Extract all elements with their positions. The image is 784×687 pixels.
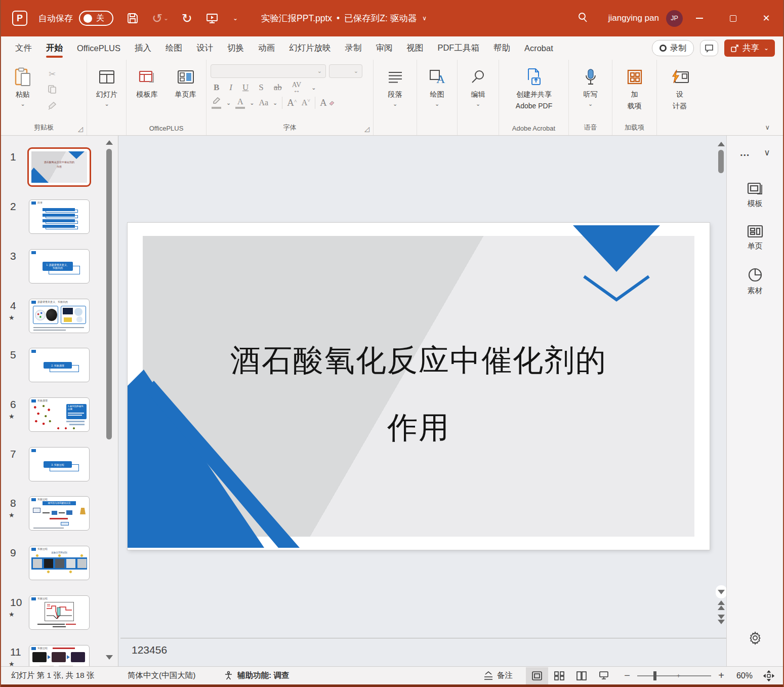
start-slideshow-icon[interactable] [205,12,219,25]
slide-1-thumbnail-selected[interactable]: 酒石酸氧化反应中催化剂的 作用 [27,147,91,187]
thumbnail-item-9[interactable]: 9 实验过程 实验仪器和试剂 [1,546,118,584]
tab-help[interactable]: 帮助 [486,36,517,60]
create-share-adobe-pdf-button[interactable]: 创建并共享 Adobe PDF [499,60,569,119]
tab-home[interactable]: 开始 [39,36,70,60]
normal-view-button[interactable] [526,667,548,684]
grow-font-button[interactable]: A˄ [287,97,297,108]
slide-editing-canvas[interactable]: 酒石酸氧化反应中催化剂的 作用 123456 [118,136,728,666]
tab-transitions[interactable]: 切换 [220,36,251,60]
tab-draw[interactable]: 绘图 [158,36,189,60]
font-color-chevron-icon[interactable]: ⌄ [250,101,254,105]
font-size-select[interactable]: ⌄ [329,64,362,78]
highlight-color-button[interactable] [212,97,222,109]
addins-button[interactable]: 加 载项 [612,60,656,119]
tab-acrobat[interactable]: Acrobat [517,36,560,60]
tab-design[interactable]: 设计 [189,36,220,60]
thumbnail-item-8[interactable]: 8 ★ 实验过程 催化剂与酒石酸钠反应 [1,496,118,535]
highlight-chevron-icon[interactable]: ⌄ [226,101,231,105]
thumbnail-item-11[interactable]: 11 ★ 实验过程 [1,645,118,666]
tab-record[interactable]: 录制 [338,36,368,60]
previous-slide-button[interactable] [718,600,725,610]
thumbnail-item-10[interactable]: 10 ★ 实验过程 [1,595,118,634]
text-shadow-button[interactable]: S [259,83,263,93]
record-button[interactable]: 录制 [652,40,694,56]
slideshow-view-button[interactable] [593,667,615,684]
more-options-icon[interactable]: … [739,147,751,158]
paste-button[interactable]: 粘贴 ⌄ [1,60,45,119]
maximize-button[interactable] [716,0,750,36]
autosave-toggle[interactable]: 关 [79,11,113,26]
template-library-button[interactable]: 模板库 [128,60,167,119]
thumbnail-item-1[interactable]: 1 酒石酸氧化反应中催化剂的 作用 [1,150,118,188]
shrink-font-button[interactable]: A˅ [302,98,310,107]
reading-view-button[interactable] [570,667,593,684]
close-button[interactable]: ✕ [750,0,783,36]
slide-title-text[interactable]: 酒石酸氧化反应中催化剂的 作用 [128,340,710,449]
thumbnail-item-6[interactable]: 6 ★ 实验原理 1.催化剂的催化作用 [1,397,118,436]
tab-pdf-toolbox[interactable]: PDF工具箱 [430,36,486,60]
redo-icon[interactable]: ↻ [182,12,192,25]
language-indicator[interactable]: 简体中文(中国大陆) [128,670,224,681]
fit-to-window-button[interactable] [758,667,780,684]
editing-button[interactable]: 编辑 ⌄ [458,60,499,119]
share-button[interactable]: 共享 ⌄ [724,39,775,57]
character-spacing-button[interactable]: AV↔ [292,82,301,93]
settings-gear-icon[interactable] [748,631,762,647]
dictate-button[interactable]: 听写 ⌄ [569,60,612,119]
thumbnail-item-4[interactable]: 4 ★ 选题背景及意义、实验目的 [1,299,118,337]
italic-button[interactable]: I [229,83,232,93]
sidebar-item-single-page[interactable]: 单页 [727,225,783,251]
change-case-chevron-icon[interactable]: ⌄ [273,101,277,105]
tab-view[interactable]: 视图 [399,36,430,60]
sidebar-item-templates[interactable]: 模板 [727,182,783,209]
notes-text[interactable]: 123456 [132,644,167,656]
zoom-slider-thumb[interactable] [653,671,656,680]
tab-insert[interactable]: 插入 [128,36,158,60]
zoom-slider[interactable]: + [637,675,711,676]
tab-slideshow[interactable]: 幻灯片放映 [282,36,338,60]
document-title[interactable]: 实验汇报PPT.pptx • 已保存到Z: 驱动器 ∨ [261,12,427,24]
canvas-scroll-thumb[interactable] [718,150,724,173]
scroll-down-button[interactable] [716,585,727,598]
thumbnail-item-2[interactable]: 2 目录 [1,199,118,238]
font-name-select[interactable]: ⌄ [211,64,326,78]
undo-button[interactable]: ↺ ⌄ [152,12,169,25]
slide-counter[interactable]: 幻灯片 第 1 张, 共 18 张 [11,670,128,681]
underline-button[interactable]: U [242,83,249,93]
sidebar-item-assets[interactable]: 素材 [727,267,783,296]
thumbnail-scrollbar[interactable] [106,136,114,666]
canvas-scrollbar[interactable] [717,136,725,666]
avatar[interactable]: JP [666,10,683,27]
bold-button[interactable]: B [214,83,219,93]
save-icon[interactable] [127,12,139,24]
designer-button[interactable]: 设 计器 [657,60,703,119]
change-case-button[interactable]: Aa [259,98,268,107]
zoom-in-button[interactable]: + [716,670,726,681]
font-dialog-launcher-icon[interactable]: ◿ [364,126,369,132]
user-name[interactable]: jiangying pan [608,13,659,23]
accessibility-status[interactable]: 辅助功能: 调查 [224,670,289,681]
clipboard-dialog-launcher-icon[interactable]: ◿ [78,126,83,132]
clear-formatting-button[interactable]: A [320,97,335,108]
thumbnail-item-7[interactable]: 7 3. 实验过程 [1,447,118,486]
qat-customize-icon[interactable]: ⌄ [233,15,238,22]
minimize-button[interactable] [683,0,716,36]
tab-review[interactable]: 审阅 [368,36,399,60]
thumbnail-scroll-thumb[interactable] [106,149,112,439]
page-library-button[interactable]: 单页库 [167,60,205,119]
scroll-up-icon[interactable] [106,140,113,145]
slides-button[interactable]: 幻灯片 ⌄ [87,60,127,119]
strikethrough-button[interactable]: ab [274,83,282,93]
paragraph-button[interactable]: 段落 ⌄ [374,60,417,119]
cut-icon[interactable]: ✂ [45,69,60,79]
format-painter-icon[interactable] [45,101,60,112]
next-slide-button[interactable] [718,615,725,624]
tab-animations[interactable]: 动画 [251,36,282,60]
spacing-chevron-icon[interactable]: ⌄ [311,86,316,90]
copy-icon[interactable] [45,85,60,96]
scroll-up-icon[interactable] [718,142,725,146]
font-color-button[interactable]: A [235,97,245,109]
slide-sorter-view-button[interactable] [548,667,570,684]
tab-officeplus[interactable]: OfficePLUS [70,36,128,60]
slide-1-canvas[interactable]: 酒石酸氧化反应中催化剂的 作用 [128,223,710,550]
